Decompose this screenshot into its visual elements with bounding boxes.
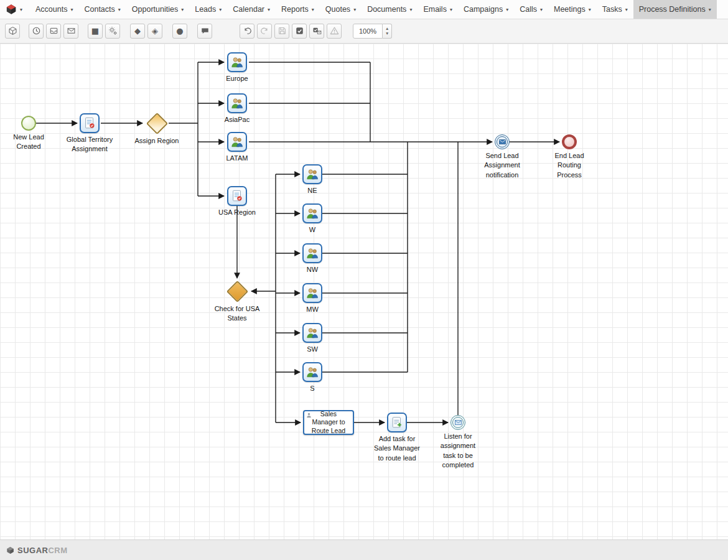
nav-item-accounts[interactable]: Accounts▾ bbox=[30, 0, 78, 19]
save-button[interactable] bbox=[274, 24, 289, 39]
chevron-down-icon: ▾ bbox=[181, 7, 184, 12]
chevron-down-icon: ▾ bbox=[353, 7, 356, 12]
nav-item-emails[interactable]: Emails▾ bbox=[418, 0, 458, 19]
end-event-group: ● bbox=[172, 24, 187, 39]
nav-item-reports[interactable]: Reports▾ bbox=[276, 0, 320, 19]
checkbox-envelope-icon bbox=[312, 26, 322, 35]
nav-item-opportunities[interactable]: Opportunities▾ bbox=[126, 0, 189, 19]
users-icon bbox=[302, 283, 322, 303]
task-mw[interactable]: MW bbox=[300, 283, 325, 314]
comment-button[interactable] bbox=[197, 24, 212, 39]
sugarcrm-cube-icon bbox=[6, 4, 17, 15]
main-nav: Accounts▾ Contacts▾ Opportunities▾ Leads… bbox=[30, 0, 717, 19]
gateway-check-usa-states[interactable]: Check for USA States bbox=[211, 280, 263, 324]
assigned-user-icon bbox=[306, 413, 312, 418]
nav-overflow-button[interactable]: ⋮ bbox=[717, 0, 728, 19]
task-nw[interactable]: NW bbox=[300, 243, 325, 274]
exclusive-gateway-button[interactable]: ◆ bbox=[130, 24, 145, 39]
envelope-icon bbox=[67, 26, 76, 35]
comment-group bbox=[197, 24, 212, 39]
message-catch-event-circle bbox=[450, 415, 465, 430]
event-listen-assignment-task[interactable]: Listen for assignment task to be complet… bbox=[439, 415, 477, 470]
message-throw-event-circle bbox=[495, 134, 510, 149]
edit-tools-group bbox=[240, 24, 342, 39]
app-logo[interactable]: ▾ bbox=[0, 0, 30, 19]
task-s[interactable]: S bbox=[300, 362, 325, 393]
end-event-circle bbox=[562, 134, 577, 149]
nav-item-leads[interactable]: Leads▾ bbox=[189, 0, 227, 19]
service-task-button[interactable] bbox=[105, 24, 120, 39]
chevron-down-icon: ▾ bbox=[589, 7, 591, 12]
undo-button[interactable] bbox=[240, 24, 254, 39]
validate-email-button[interactable] bbox=[309, 24, 324, 39]
task-sales-manager-route-lead[interactable]: Sales Manager to Route Lead bbox=[303, 410, 354, 435]
chevron-down-icon: ▾ bbox=[709, 7, 711, 12]
nav-item-process-definitions[interactable]: Process Definitions▾ bbox=[633, 0, 717, 19]
diamond-plus-icon: ◈ bbox=[152, 27, 158, 35]
chevron-down-icon: ▾ bbox=[625, 7, 628, 12]
nav-item-campaigns[interactable]: Campaigns▾ bbox=[458, 0, 514, 19]
process-canvas[interactable]: New Lead Created Global Territory Assign… bbox=[0, 44, 728, 540]
task-usa-region[interactable]: USA Region bbox=[215, 186, 259, 217]
undo-icon bbox=[243, 26, 252, 35]
nav-item-tasks[interactable]: Tasks▾ bbox=[597, 0, 633, 19]
comment-icon bbox=[200, 26, 210, 35]
task-w[interactable]: W bbox=[300, 203, 325, 235]
inbox-tray-icon bbox=[49, 26, 58, 35]
warning-icon bbox=[330, 26, 339, 35]
send-message-button[interactable] bbox=[63, 24, 78, 39]
activity-tools-group: ■ bbox=[88, 24, 120, 39]
users-icon bbox=[302, 323, 322, 343]
event-tools-group bbox=[29, 24, 78, 39]
inclusive-gateway-button[interactable]: ◈ bbox=[147, 24, 162, 39]
add-task-icon bbox=[387, 413, 407, 432]
task-add-task-sales-manager[interactable]: Add task for Sales Manager to route lead bbox=[373, 413, 421, 463]
task-asiapac[interactable]: AsiaPac bbox=[218, 93, 256, 124]
redo-button[interactable] bbox=[257, 24, 272, 39]
activity-button[interactable]: ■ bbox=[88, 24, 103, 39]
task-europe[interactable]: Europe bbox=[218, 52, 256, 83]
nav-item-quotes[interactable]: Quotes▾ bbox=[320, 0, 362, 19]
gateway-tools-group: ◆ ◈ bbox=[130, 24, 162, 39]
end-event-button[interactable]: ● bbox=[172, 24, 187, 39]
export-package-button[interactable] bbox=[5, 24, 20, 39]
task-global-territory-assignment[interactable]: Global Territory Assignment bbox=[63, 113, 116, 154]
nav-item-documents[interactable]: Documents▾ bbox=[362, 0, 418, 19]
redo-icon bbox=[260, 26, 269, 35]
chevron-down-icon: ▾ bbox=[450, 7, 452, 12]
start-event-circle bbox=[21, 116, 36, 131]
assignment-document-icon bbox=[80, 113, 100, 133]
event-send-lead-notification[interactable]: Send Lead Assignment notification bbox=[482, 134, 522, 180]
receive-message-button[interactable] bbox=[46, 24, 61, 39]
nav-item-meetings[interactable]: Meetings▾ bbox=[548, 0, 597, 19]
gateway-diamond-icon bbox=[146, 112, 167, 134]
chevron-down-icon: ▾ bbox=[312, 7, 314, 12]
square-icon: ■ bbox=[91, 27, 99, 35]
task-ne[interactable]: NE bbox=[300, 164, 325, 195]
diamond-icon: ◆ bbox=[134, 27, 141, 35]
task-latam[interactable]: LATAM bbox=[218, 132, 256, 163]
task-sw[interactable]: SW bbox=[300, 323, 325, 354]
nav-item-calls[interactable]: Calls▾ bbox=[514, 0, 548, 19]
timer-event-button[interactable] bbox=[29, 24, 44, 39]
warnings-button[interactable] bbox=[327, 24, 342, 39]
nav-item-contacts[interactable]: Contacts▾ bbox=[78, 0, 126, 19]
chevron-down-icon: ▾ bbox=[219, 7, 222, 12]
users-icon bbox=[302, 203, 322, 223]
start-event-new-lead[interactable]: New Lead Created bbox=[11, 116, 46, 152]
nav-item-calendar[interactable]: Calendar▾ bbox=[227, 0, 276, 19]
chevron-down-icon: ▾ bbox=[540, 7, 543, 12]
users-icon bbox=[227, 132, 247, 152]
package-icon bbox=[8, 26, 17, 35]
clock-icon bbox=[32, 26, 41, 35]
zoom-stepper[interactable]: ▲ ▼ bbox=[383, 24, 392, 39]
chevron-down-icon: ▼ bbox=[385, 31, 389, 35]
end-event-lead-routing[interactable]: End Lead Routing Process bbox=[554, 134, 584, 180]
zoom-value[interactable]: 100% bbox=[353, 24, 383, 39]
sugarcrm-cube-icon bbox=[6, 546, 14, 554]
gateway-assign-region[interactable]: Assign Region bbox=[129, 112, 185, 146]
chevron-down-icon: ▾ bbox=[268, 7, 270, 12]
zoom-control: 100% ▲ ▼ bbox=[353, 24, 392, 39]
circle-icon: ● bbox=[176, 27, 183, 35]
validate-button[interactable] bbox=[292, 24, 307, 39]
